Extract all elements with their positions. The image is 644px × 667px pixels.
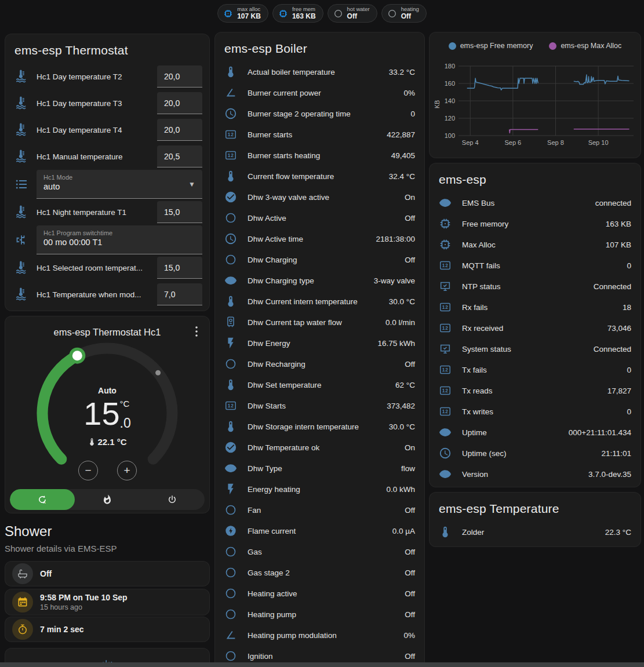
entity-row[interactable]: Zolder22.3 °C (430, 522, 641, 542)
power-button[interactable] (140, 489, 205, 510)
chip-label: max alloc (237, 6, 261, 13)
entity-row[interactable]: NTP statusConnected (430, 276, 641, 297)
circle-icon (224, 253, 237, 266)
entity-row[interactable]: Dhw Temperature okOn (215, 437, 424, 458)
svg-text:120: 120 (445, 115, 455, 122)
entity-row[interactable]: Heating pump modulation0% (215, 625, 424, 646)
entity-row[interactable]: Current flow temperature32.4 °C (215, 166, 424, 187)
entity-row[interactable]: Burner current power0% (215, 82, 424, 103)
entity-row[interactable]: Gas stage 2Off (215, 562, 424, 583)
entity-label: Burner starts (248, 130, 292, 139)
entity-label: Dhw 3-way valve active (248, 193, 329, 202)
entity-row[interactable]: Dhw 3-way valve activeOn (215, 187, 424, 207)
entity-value: 0 (627, 261, 631, 270)
circle-icon (333, 9, 343, 19)
number-input[interactable]: 20,0 (157, 119, 202, 141)
entity-row[interactable]: Dhw Set temperature62 °C (215, 374, 424, 395)
entity-row[interactable]: Dhw Starts373,482 (215, 395, 424, 416)
number-input[interactable]: 20,5 (157, 145, 202, 167)
entity-row[interactable]: Rx received73,046 (430, 318, 641, 338)
entity-row[interactable]: Dhw ActiveOff (215, 207, 424, 228)
entity-row[interactable]: Flame current0.0 µA (215, 520, 424, 541)
svg-text:Sep 6: Sep 6 (504, 139, 521, 146)
counter-icon (439, 384, 452, 397)
entity-row[interactable]: Energy heating0.0 kWh (215, 479, 424, 500)
switchtime-input[interactable]: Hc1 Program switchtime 00 mo 00:00 T1 (37, 225, 202, 254)
entity-row[interactable]: Burner stage 2 operating time0 (215, 103, 424, 124)
entity-row[interactable]: Dhw Active time2181:38:00 (215, 228, 424, 249)
entity-row[interactable]: Dhw RechargingOff (215, 353, 424, 374)
number-input[interactable]: 15,0 (157, 257, 202, 279)
entity-row[interactable]: Dhw Energy16.75 kWh (215, 333, 424, 353)
entity-row[interactable]: Free memory163 KB (430, 213, 641, 234)
entity-row[interactable]: Heating activeOff (215, 583, 424, 604)
entity-label: Hc1 Day temperature T4 (37, 126, 157, 134)
entity-label: Rx fails (462, 303, 487, 312)
coolant-icon (14, 261, 28, 275)
shower-duration-card[interactable]: 7 min 2 sec (5, 617, 210, 642)
thermometer-icon (224, 170, 237, 183)
increase-temperature-button[interactable]: + (117, 461, 137, 480)
horizontal-scrollbar[interactable] (0, 662, 644, 667)
entity-row[interactable]: Dhw ChargingOff (215, 249, 424, 270)
entity-row[interactable]: Tx reads17,827 (430, 380, 641, 401)
badge-chip-free-mem[interactable]: free mem 163 KB (272, 4, 323, 23)
entity-value: 62 °C (395, 381, 415, 389)
shower-duration-badge (12, 619, 33, 640)
water-boiler-icon (224, 316, 237, 329)
entity-row[interactable]: Uptime000+21:11:01.434 (430, 422, 641, 443)
legend-item[interactable]: ems-esp Max Alloc (549, 42, 621, 50)
temperature-card-title: ems-esp Temperature (430, 493, 641, 522)
entity-value: Connected (594, 282, 631, 291)
entity-value: connected (595, 199, 631, 207)
entity-row[interactable]: Version3.7.0-dev.35 (430, 464, 641, 484)
shower-state-card[interactable]: Off (5, 561, 210, 586)
entity-label: Gas (248, 548, 262, 556)
entity-row[interactable]: Tx writes0 (430, 401, 641, 422)
decrease-temperature-button[interactable]: − (78, 461, 98, 480)
entity-row[interactable]: Dhw Storage intern temperature30.0 °C (215, 416, 424, 437)
entity-row[interactable]: FanOff (215, 500, 424, 520)
entity-row[interactable]: Dhw Current tap water flow0.0 l/min (215, 312, 424, 333)
badge-chip-hot-water[interactable]: hot water Off (328, 4, 377, 23)
field-value: 00 mo 00:00 T1 (43, 238, 195, 247)
auto-mode-button[interactable] (10, 489, 75, 510)
entity-row[interactable]: Rx fails18 (430, 297, 641, 318)
header-badges: max alloc 107 KB free mem 163 KB hot wat… (0, 4, 644, 23)
number-input[interactable]: 20,0 (157, 65, 202, 88)
monitor-icon (439, 280, 452, 293)
number-input[interactable]: 20,0 (157, 92, 202, 114)
entity-row: Hc1 Night temperature T115,0 (5, 199, 209, 225)
entity-row[interactable]: Heating pumpOff (215, 604, 424, 625)
legend-item[interactable]: ems-esp Free memory (449, 42, 533, 50)
shower-duration-value: 7 min 2 sec (40, 625, 84, 634)
entity-row[interactable]: Max Alloc107 KB (430, 234, 641, 255)
chevron-down-icon: ▼ (188, 180, 195, 188)
entity-row[interactable]: Dhw Current intern temperature30.0 °C (215, 291, 424, 312)
number-input[interactable]: 7,0 (157, 283, 202, 305)
entity-row[interactable]: MQTT fails0 (430, 255, 641, 276)
fire-button[interactable] (75, 489, 140, 510)
entity-row[interactable]: Burner starts422,887 (215, 124, 424, 145)
memory-history-chart-card[interactable]: ems-esp Free memoryems-esp Max Alloc 100… (429, 32, 641, 158)
entity-label: Burner current power (248, 89, 321, 97)
entity-row[interactable]: System statusConnected (430, 338, 641, 359)
thermometer-icon (224, 420, 237, 433)
number-input[interactable]: 15,0 (157, 201, 202, 223)
entity-label: Dhw Energy (248, 339, 290, 348)
badge-chip-max-alloc[interactable]: max alloc 107 KB (217, 4, 268, 23)
shower-last-card[interactable]: 9:58 PM on Tue 10 Sep 15 hours ago (5, 589, 210, 615)
mode-select[interactable]: Hc1 Mode auto ▼ (37, 170, 202, 199)
counter-icon (224, 128, 237, 141)
entity-row[interactable]: Dhw Typeflow (215, 458, 424, 479)
entity-row[interactable]: Actual boiler temperature33.2 °C (215, 61, 424, 82)
entity-row[interactable]: Tx fails0 (430, 359, 641, 380)
entity-row[interactable]: Uptime (sec)21:11:01 (430, 443, 641, 464)
entity-label: Dhw Active (248, 214, 286, 223)
entity-row[interactable]: Burner starts heating49,405 (215, 145, 424, 166)
entity-row[interactable]: GasOff (215, 541, 424, 562)
entity-label: Version (462, 470, 488, 479)
entity-row[interactable]: EMS Busconnected (430, 192, 641, 213)
entity-row[interactable]: Dhw Charging type3-way valve (215, 270, 424, 291)
badge-chip-heating[interactable]: heating Off (381, 4, 427, 23)
